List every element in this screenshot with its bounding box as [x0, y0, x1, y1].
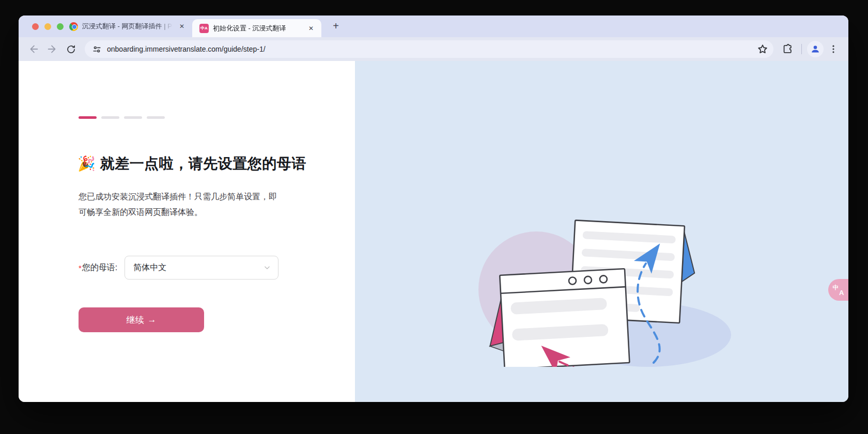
toolbar-divider: [801, 44, 802, 54]
native-language-select[interactable]: 简体中文: [125, 256, 278, 280]
chevron-down-icon: [264, 264, 271, 271]
page-description: 您已成功安装沉浸式翻译插件！只需几步简单设置，即 可畅享全新的双语网页翻译体验。: [79, 189, 296, 220]
profile-button[interactable]: [807, 41, 824, 57]
immersive-translate-favicon-icon: 中A: [199, 24, 209, 33]
description-line-1: 您已成功安装沉浸式翻译插件！只需几步简单设置，即: [79, 192, 277, 201]
page-title: 🎉 就差一点啦，请先设置您的母语: [78, 154, 326, 174]
chrome-favicon-icon: [69, 22, 78, 31]
new-tab-button[interactable]: +: [329, 19, 343, 34]
url-text[interactable]: onboarding.immersivetranslate.com/guide/…: [107, 45, 757, 53]
description-line-2: 可畅享全新的双语网页翻译体验。: [79, 208, 203, 216]
tab-immersive-translate-site[interactable]: 沉浸式翻译 - 网页翻译插件 | PD ✕: [62, 16, 192, 37]
tab-title: 初始化设置 - 沉浸式翻译: [213, 24, 302, 33]
browser-window: 沉浸式翻译 - 网页翻译插件 | PD ✕ 中A 初始化设置 - 沉浸式翻译 ✕…: [19, 16, 848, 402]
back-button[interactable]: [25, 40, 42, 58]
progress-step-3: [124, 116, 142, 119]
step-progress-indicator: [79, 116, 165, 119]
tab-onboarding-setup[interactable]: 中A 初始化设置 - 沉浸式翻译 ✕: [192, 19, 321, 37]
logo-char-zhong: 中: [833, 284, 839, 291]
profile-avatar-icon: [810, 43, 821, 55]
browser-toolbar: onboarding.immersivetranslate.com/guide/…: [19, 37, 848, 61]
site-settings-icon[interactable]: [92, 44, 102, 54]
extensions-button[interactable]: [779, 40, 796, 58]
tab-close-icon[interactable]: ✕: [177, 21, 187, 32]
right-arrow-icon: →: [148, 315, 157, 325]
native-language-label: 您的母语:: [82, 262, 117, 273]
minimize-window-button[interactable]: [44, 23, 51, 30]
forward-arrow-icon: [47, 43, 58, 55]
back-arrow-icon: [28, 43, 39, 55]
reload-icon: [66, 44, 76, 55]
browser-menu-button[interactable]: [825, 40, 842, 58]
forward-button[interactable]: [43, 40, 61, 58]
selected-language-value: 简体中文: [133, 262, 264, 273]
native-language-form-row: * 您的母语: 简体中文: [79, 256, 278, 280]
continue-button-label: 继续: [127, 314, 144, 326]
translate-logo-icon: 中 A: [833, 284, 844, 296]
translation-illustration: [475, 212, 734, 367]
traffic-lights: [32, 23, 64, 30]
illustration-panel: 中 A: [355, 61, 848, 402]
close-window-button[interactable]: [32, 23, 39, 30]
tab-close-icon[interactable]: ✕: [306, 23, 316, 34]
progress-step-1: [79, 116, 97, 119]
zoom-window-button[interactable]: [57, 23, 64, 30]
front-browser-window: [486, 269, 629, 367]
puzzle-extensions-icon: [782, 43, 793, 55]
tab-strip: 沉浸式翻译 - 网页翻译插件 | PD ✕ 中A 初始化设置 - 沉浸式翻译 ✕…: [19, 16, 848, 37]
required-asterisk: *: [79, 264, 82, 272]
progress-step-4: [147, 116, 165, 119]
three-dot-menu-icon: [828, 44, 839, 54]
continue-button[interactable]: 继续 →: [79, 307, 204, 332]
logo-char-a: A: [839, 289, 844, 297]
page-content: 🎉 就差一点啦，请先设置您的母语 您已成功安装沉浸式翻译插件！只需几步简单设置，…: [19, 61, 848, 402]
immersive-translate-float-button[interactable]: 中 A: [828, 279, 848, 301]
reload-button[interactable]: [62, 40, 80, 58]
setup-panel: 🎉 就差一点啦，请先设置您的母语 您已成功安装沉浸式翻译插件！只需几步简单设置，…: [19, 61, 355, 402]
tab-title: 沉浸式翻译 - 网页翻译插件 | PD: [82, 22, 173, 31]
address-bar[interactable]: onboarding.immersivetranslate.com/guide/…: [85, 40, 773, 58]
bookmark-star-icon[interactable]: [757, 43, 768, 55]
progress-step-2: [101, 116, 119, 119]
